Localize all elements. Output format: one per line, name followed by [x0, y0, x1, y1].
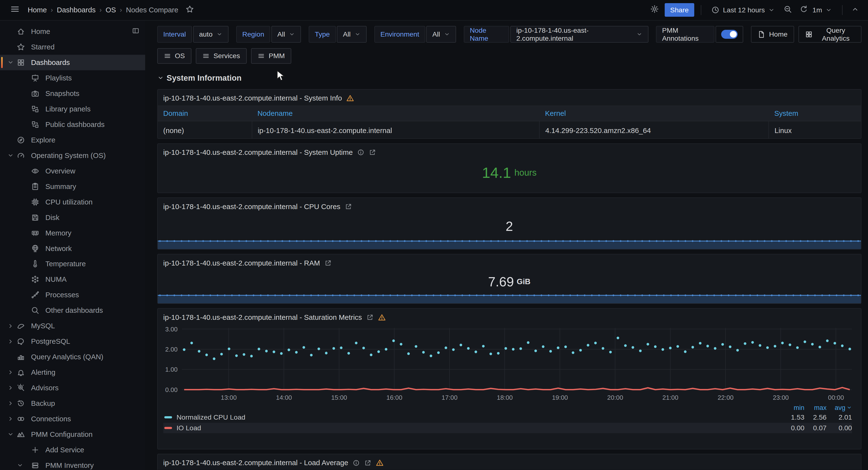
sidebar-item-overview[interactable]: Overview — [0, 163, 145, 179]
filter-value-dropdown[interactable]: auto — [193, 26, 228, 43]
external-link-icon[interactable] — [364, 459, 371, 467]
sidebar-item-add-service[interactable]: Add Service — [0, 442, 145, 458]
legend-sort-max[interactable]: max — [805, 404, 827, 412]
filter-value-dropdown[interactable]: All — [271, 26, 301, 43]
info-circle-icon[interactable] — [357, 149, 365, 156]
panel-title[interactable]: ip-10-178-1-40.us-east-2.compute.interna… — [163, 259, 320, 267]
sidebar-item-snapshots[interactable]: Snapshots — [0, 86, 145, 101]
sidebar-item-summary[interactable]: Summary — [0, 179, 145, 194]
breadcrumb-home[interactable]: Home — [28, 6, 47, 14]
warning-triangle-icon[interactable] — [376, 459, 383, 467]
hamburger-menu-button[interactable] — [8, 2, 22, 18]
table-header-domain[interactable]: Domain — [158, 106, 252, 121]
sidebar-item-mysql[interactable]: MySQL — [0, 318, 145, 334]
chevron-right-icon[interactable] — [7, 338, 14, 345]
panel-title[interactable]: ip-10-178-1-40.us-east-2.compute.interna… — [163, 313, 362, 321]
x-axis-tick: 15:00 — [331, 394, 347, 402]
dashboard-settings-button[interactable] — [648, 2, 661, 18]
panel-collapse-icon[interactable] — [132, 27, 140, 36]
chevron-down-icon[interactable] — [7, 431, 14, 438]
sidebar-item-pmm-configuration[interactable]: PMM Configuration — [0, 427, 145, 442]
numa-icon — [31, 275, 45, 283]
warning-triangle-icon[interactable] — [346, 94, 354, 102]
sidebar-item-connections[interactable]: Connections — [0, 411, 145, 427]
legend-series-name[interactable]: Normalized CPU Load — [177, 413, 245, 421]
table-row: (none)ip-10-178-1-40.us-east-2.compute.i… — [158, 121, 861, 139]
filter-value-dropdown[interactable]: All — [426, 26, 456, 43]
refresh-interval-picker[interactable]: 1m — [811, 4, 835, 16]
share-button[interactable]: Share — [665, 3, 694, 17]
breadcrumb-dashboards[interactable]: Dashboards — [57, 6, 95, 14]
sidebar-item-cpu-utilization[interactable]: CPU utilization — [0, 194, 145, 210]
sidebar-item-home[interactable]: Home — [0, 24, 145, 39]
sidebar-item-library-panels[interactable]: Library panels — [0, 101, 145, 117]
filter-value: auto — [199, 30, 213, 38]
legend-sort-min[interactable]: min — [782, 404, 804, 412]
sidebar-item-alerting[interactable]: Alerting — [0, 365, 145, 380]
chart-plot-area[interactable]: 0.001.002.003.0013:0014:0015:0016:0017:0… — [182, 327, 852, 392]
refresh-button[interactable] — [798, 3, 810, 18]
sidebar-item-numa[interactable]: NUMA — [0, 272, 145, 287]
sidebar-item-network[interactable]: Network — [0, 241, 145, 256]
sidebar-item-disk[interactable]: Disk — [0, 210, 145, 225]
sidebar-item-memory[interactable]: Memory — [0, 225, 145, 241]
query-analytics-button[interactable]: Query Analytics — [799, 26, 861, 43]
sidebar-item-label: Processes — [45, 291, 79, 299]
sidebar-item-other-dashboards[interactable]: Other dashboards — [0, 303, 145, 318]
chevron-right-icon[interactable] — [7, 400, 14, 407]
zoom-out-time-button[interactable] — [781, 3, 794, 18]
sidebar-item-query-analytics-qan[interactable]: Query Analytics (QAN) — [0, 349, 145, 365]
filter-value-dropdown[interactable]: ip-10-178-1-40.us-east-2.compute.interna… — [510, 26, 648, 43]
sidebar-item-playlists[interactable]: Playlists — [0, 70, 145, 86]
chevron-down-icon[interactable] — [7, 152, 14, 159]
sidebar-item-advisors[interactable]: Advisors — [0, 380, 145, 396]
sidebar-item-label: Query Analytics (QAN) — [31, 353, 103, 361]
chevron-right-icon[interactable] — [7, 384, 14, 391]
sidebar-item-pmm-inventory[interactable]: PMM Inventory — [0, 458, 145, 470]
external-link-icon[interactable] — [366, 314, 374, 321]
sidebar-item-starred[interactable]: Starred — [0, 39, 145, 55]
warning-triangle-icon[interactable] — [378, 313, 386, 321]
caret-up-icon — [851, 5, 859, 15]
sidebar-item-backup[interactable]: Backup — [0, 396, 145, 411]
chevron-down-icon[interactable] — [7, 59, 14, 66]
time-range-picker[interactable]: Last 12 hours — [708, 4, 778, 17]
table-header-kernel[interactable]: Kernel — [539, 106, 769, 121]
favorite-star-button[interactable] — [183, 3, 196, 18]
chevron-right-icon[interactable] — [7, 415, 14, 422]
panel-title[interactable]: ip-10-178-1-40.us-east-2.compute.interna… — [163, 94, 342, 102]
sidebar-item-postgresql[interactable]: PostgreSQL — [0, 334, 145, 349]
sidebar-item-processes[interactable]: Processes — [0, 287, 145, 303]
sidebar-item-dashboards[interactable]: Dashboards — [0, 55, 145, 70]
apps-icon — [17, 58, 31, 67]
collapse-topbar-button[interactable] — [849, 3, 861, 17]
quick-link-services[interactable]: Services — [196, 48, 246, 64]
x-axis-tick: 22:00 — [717, 394, 734, 402]
section-system-information[interactable]: System Information — [157, 71, 862, 85]
table-header-nodename[interactable]: Nodename — [252, 106, 540, 121]
chevron-right-icon[interactable] — [7, 369, 14, 376]
pmm-annotations-toggle[interactable] — [716, 26, 743, 43]
chevron-right-icon[interactable] — [7, 323, 14, 329]
sidebar-item-public-dashboards[interactable]: Public dashboards — [0, 117, 145, 132]
sidebar-item-temperature[interactable]: Temperature — [0, 256, 145, 272]
panel-title[interactable]: ip-10-178-1-40.us-east-2.compute.interna… — [163, 202, 340, 211]
chevron-down-icon[interactable] — [17, 462, 23, 469]
table-header-system[interactable]: System — [769, 106, 861, 121]
external-link-icon[interactable] — [345, 203, 352, 210]
sidebar-item-explore[interactable]: Explore — [0, 132, 145, 148]
home-dashboard-button[interactable]: Home — [751, 26, 794, 43]
quick-link-pmm[interactable]: PMM — [251, 48, 291, 64]
quick-link-os[interactable]: OS — [157, 48, 191, 64]
legend-sort-avg[interactable]: avg — [827, 404, 852, 412]
external-link-icon[interactable] — [324, 259, 332, 267]
external-link-icon[interactable] — [369, 149, 376, 156]
breadcrumb-os[interactable]: OS — [106, 6, 116, 14]
info-circle-icon[interactable] — [352, 459, 360, 467]
sidebar-item-label: Dashboards — [31, 58, 70, 67]
legend-series-name[interactable]: IO Load — [177, 424, 201, 432]
sidebar-item-operating-system-os[interactable]: Operating System (OS) — [0, 148, 145, 163]
panel-title[interactable]: ip-10-178-1-40.us-east-2.compute.interna… — [163, 459, 348, 467]
panel-title[interactable]: ip-10-178-1-40.us-east-2.compute.interna… — [163, 148, 353, 157]
filter-value-dropdown[interactable]: All — [337, 26, 367, 43]
